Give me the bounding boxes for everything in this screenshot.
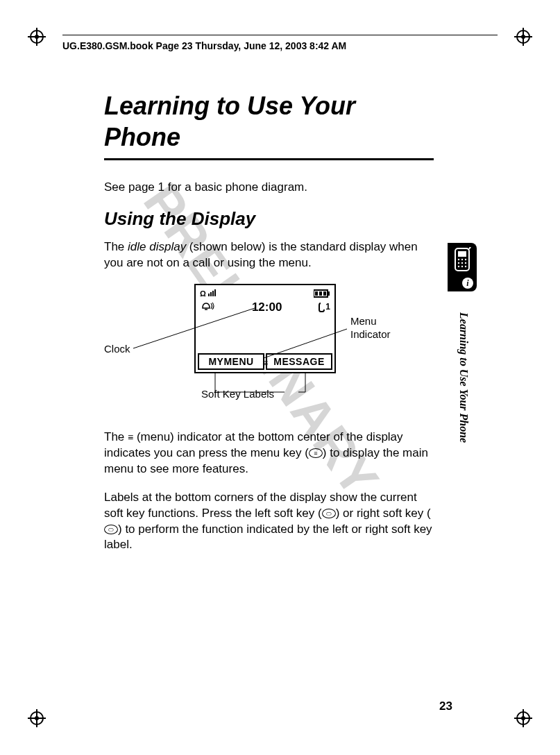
callout-menu: Menu Indicator [350,315,406,341]
menu-key-icon: ≡ [309,448,323,458]
status-bar: Ω [200,288,330,298]
svg-rect-30 [210,292,212,296]
text: The [104,430,128,443]
text: The [104,240,128,253]
svg-point-11 [35,716,39,720]
para-menu-indicator: The ≡ (menu) indicator at the bottom cen… [104,430,434,477]
svg-point-26 [465,266,466,267]
page: PRELIMINARY UG.E380.GSM.book Page 23 Thu… [0,0,560,755]
signal-icon: Ω [200,288,218,298]
svg-point-3 [35,35,39,39]
svg-rect-17 [458,251,466,257]
callout-line-softkeys [198,373,337,393]
header-rule [62,35,498,35]
svg-point-15 [521,716,525,720]
svg-point-22 [461,262,463,264]
section-heading: Using the Display [104,208,434,230]
info-badge-icon: i [462,278,473,289]
menu-indicator-icon: ≡ [262,357,268,368]
svg-point-24 [458,266,459,267]
page-title: Learning to Use Your Phone [104,90,434,153]
svg-rect-36 [319,291,322,296]
svg-rect-37 [323,291,326,296]
callout-clock: Clock [104,343,130,355]
text: ) to perform the function indicated by t… [104,523,432,552]
svg-rect-32 [214,289,216,296]
content: Learning to Use Your Phone See page 1 fo… [104,90,434,566]
registration-mark-icon [28,28,46,46]
line-indicator: 1 [319,302,330,312]
svg-rect-34 [328,291,330,296]
svg-rect-29 [208,294,210,296]
registration-mark-icon [514,709,532,727]
svg-point-7 [521,35,525,39]
text-italic: idle display [128,240,186,253]
para-softkeys: Labels at the bottom corners of the disp… [104,490,434,554]
svg-line-27 [469,247,471,249]
svg-point-18 [458,259,459,260]
title-rule [104,158,434,160]
side-tab: i [448,243,477,291]
registration-mark-icon [28,709,46,727]
callout-line-clock [133,308,258,357]
text: ) or right soft key ( [336,507,431,520]
svg-line-40 [264,329,347,358]
svg-rect-31 [212,291,214,296]
page-number: 23 [439,699,452,713]
phone-icon [451,247,473,276]
svg-line-39 [133,308,255,348]
battery-icon [314,288,330,298]
menu-glyph-icon: ≡ [128,436,133,440]
registration-mark-icon [514,28,532,46]
para-idle-display: The idle display (shown below) is the st… [104,239,434,271]
svg-point-20 [465,259,466,260]
side-caption: Learning to Use Your Phone [457,312,470,443]
svg-point-19 [461,259,463,260]
intro-text: See page 1 for a basic phone diagram. [104,180,434,196]
svg-point-25 [461,266,463,267]
svg-text:Ω: Ω [200,289,206,298]
left-softkey-icon: ⬭ [322,509,336,518]
header-text: UG.E380.GSM.book Page 23 Thursday, June … [62,40,346,51]
right-softkey-icon: ⬭ [104,525,118,534]
callout-line-menu [264,329,354,371]
figure-idle-display: Ω 12:00 1 ≡ [104,284,434,423]
svg-point-23 [465,262,466,264]
svg-point-21 [458,262,459,264]
svg-rect-35 [315,291,318,296]
line-number: 1 [325,302,330,312]
